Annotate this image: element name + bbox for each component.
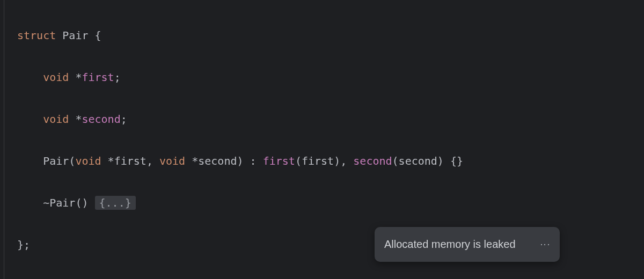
star: *	[108, 155, 114, 167]
arg-first: first	[302, 155, 334, 167]
code-line[interactable]: void *second;	[17, 109, 644, 130]
code-line[interactable]: Pair(void *first, void *second) : first(…	[17, 151, 644, 172]
star: *	[75, 71, 82, 84]
tilde: ~	[43, 196, 49, 209]
field-second: second	[82, 113, 120, 126]
brace-close: }	[17, 238, 24, 251]
tooltip-text: Allocated memory is leaked	[384, 234, 516, 255]
star: *	[192, 155, 198, 167]
more-icon[interactable]: ⋮	[540, 240, 550, 249]
comma: ,	[340, 155, 347, 167]
paren-open: (	[69, 155, 75, 167]
comma: ,	[147, 155, 153, 167]
keyword-void: void	[43, 113, 69, 126]
code-line[interactable]	[17, 276, 644, 279]
semicolon: ;	[121, 113, 127, 126]
field-first: first	[82, 71, 114, 84]
semicolon: ;	[114, 71, 121, 84]
type-name: Pair	[62, 29, 88, 42]
param-second: second	[198, 155, 237, 167]
paren-open: (	[392, 155, 399, 167]
collapsed-region[interactable]: {...}	[95, 196, 136, 210]
paren-close: )	[237, 155, 243, 167]
braces-empty: {}	[450, 155, 463, 167]
constructor-name: Pair	[43, 155, 69, 167]
paren-open: (	[295, 155, 302, 167]
param-first: first	[114, 155, 147, 167]
brace-open: {	[95, 29, 101, 42]
paren-close: )	[437, 155, 444, 167]
code-line[interactable]: ~Pair() {...}	[17, 193, 644, 214]
paren-close: )	[334, 155, 340, 167]
destructor-name: Pair	[49, 196, 75, 209]
code-line[interactable]: void *first;	[17, 67, 644, 88]
arg-second: second	[399, 155, 437, 167]
inspection-tooltip[interactable]: Allocated memory is leaked ⋮	[375, 227, 560, 262]
keyword-void: void	[43, 71, 69, 84]
keyword-void: void	[75, 155, 101, 167]
keyword-struct: struct	[17, 29, 56, 42]
code-line[interactable]: struct Pair {	[17, 25, 644, 46]
init-second: second	[353, 155, 392, 167]
star: *	[75, 113, 82, 126]
paren-open: (	[75, 196, 82, 209]
colon: :	[250, 155, 257, 167]
paren-close: )	[82, 196, 88, 209]
init-first: first	[263, 155, 295, 167]
keyword-void: void	[159, 155, 185, 167]
semicolon: ;	[24, 238, 30, 251]
